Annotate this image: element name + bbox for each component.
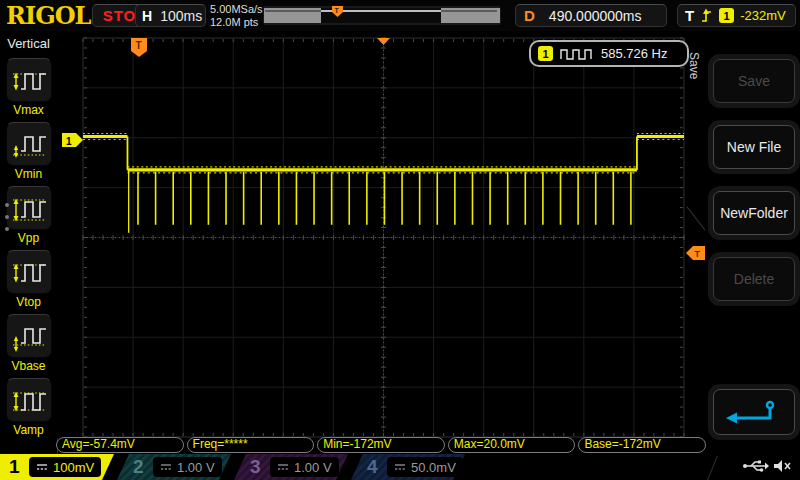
svg-text:T: T bbox=[335, 7, 340, 14]
measurement-avg: Avg=-57.4mV bbox=[56, 437, 184, 453]
page-indicator-dot bbox=[5, 215, 9, 219]
square-wave-icon bbox=[559, 47, 595, 61]
channel-4-status[interactable]: 4 50.0mV bbox=[351, 454, 465, 480]
sidebar-item-vmax[interactable]: Vmax bbox=[0, 58, 57, 117]
measurement-results-bar: Avg=-57.4mV Freq=***** Min=-172mV Max=20… bbox=[56, 437, 706, 453]
svg-text:1: 1 bbox=[66, 136, 72, 147]
vtop-label: Vtop bbox=[16, 295, 41, 309]
delay-value: 490.000000ms bbox=[549, 8, 642, 24]
menu-button-new-folder-label: NewFolder bbox=[720, 205, 788, 221]
measurement-max: Max=20.0mV bbox=[448, 437, 576, 453]
measurement-freq: Freq=***** bbox=[187, 437, 315, 453]
d-label: D bbox=[524, 7, 535, 24]
return-arrow-icon bbox=[724, 398, 784, 426]
menu-button-new-file-label: New File bbox=[727, 139, 781, 155]
measurement-min: Min=-172mV bbox=[317, 437, 445, 453]
ch1-ground-marker[interactable]: 1 bbox=[62, 133, 83, 147]
dc-coupling-icon bbox=[36, 462, 48, 472]
channel-1-status[interactable]: 1 100mV bbox=[0, 454, 114, 480]
h-label: H bbox=[142, 8, 152, 24]
menu-button-back[interactable] bbox=[713, 389, 795, 435]
vpp-label: Vpp bbox=[18, 231, 39, 245]
memory-depth: 12.0M pts bbox=[210, 16, 263, 29]
vamp-button[interactable] bbox=[6, 378, 52, 422]
freq-source-badge: 1 bbox=[538, 46, 553, 61]
vmax-label: Vmax bbox=[13, 103, 44, 117]
vmax-icon bbox=[9, 63, 49, 97]
vbase-icon bbox=[9, 319, 49, 353]
trigger-source-badge: 1 bbox=[719, 8, 734, 23]
speaker-muted-icon bbox=[772, 458, 792, 474]
trigger-level-value: -232mV bbox=[740, 8, 786, 23]
svg-text:T: T bbox=[695, 249, 701, 259]
vmin-button[interactable] bbox=[6, 122, 52, 166]
dc-coupling-icon bbox=[277, 462, 289, 472]
vtop-button[interactable] bbox=[6, 250, 52, 294]
channel-3-status[interactable]: 3 1.00 V bbox=[234, 454, 348, 480]
trigger-level-marker[interactable]: T bbox=[686, 246, 705, 260]
measure-sidebar: Vertical Vmax bbox=[0, 31, 58, 480]
vbase-label: Vbase bbox=[11, 359, 45, 373]
scope-graticule-svg: 1 T T bbox=[57, 31, 705, 438]
thumbnail-svg: T bbox=[263, 6, 501, 25]
waveform-overview-thumbnail: T bbox=[263, 6, 501, 29]
menu-tab-save: Save bbox=[687, 52, 701, 79]
vamp-label: Vamp bbox=[13, 423, 43, 437]
svg-text:T: T bbox=[136, 40, 142, 51]
sidebar-item-vamp[interactable]: Vamp bbox=[0, 378, 57, 437]
page-indicator-dot bbox=[5, 203, 9, 207]
channel-1-number: 1 bbox=[9, 456, 23, 478]
vtop-icon bbox=[9, 255, 49, 289]
vpp-button[interactable] bbox=[6, 186, 52, 230]
vpp-icon bbox=[9, 191, 49, 225]
trigger-position-triangle bbox=[377, 38, 390, 45]
channel-1-scale: 100mV bbox=[53, 460, 94, 475]
channel-2-number: 2 bbox=[133, 456, 147, 478]
rigol-logo: RIGOL bbox=[6, 1, 90, 30]
timebase-value: 100ms bbox=[160, 8, 202, 24]
channel-2-scale: 1.00 V bbox=[177, 460, 215, 475]
vamp-icon bbox=[9, 383, 49, 417]
frequency-value: 585.726 Hz bbox=[601, 46, 668, 61]
top-status-bar: RIGOL STOP H 100ms 5.00MSa/s 12.0M pts T bbox=[0, 0, 800, 32]
horizontal-delay[interactable]: D 490.000000ms bbox=[515, 4, 667, 27]
acquisition-info: 5.00MSa/s 12.0M pts bbox=[210, 3, 263, 29]
oscilloscope-screen: RIGOL STOP H 100ms 5.00MSa/s 12.0M pts T bbox=[0, 0, 800, 480]
t-label: T bbox=[685, 7, 694, 24]
menu-button-save[interactable]: Save bbox=[713, 59, 795, 103]
vmin-label: Vmin bbox=[15, 167, 42, 181]
menu-button-delete[interactable]: Delete bbox=[713, 257, 795, 301]
menu-button-new-file[interactable]: New File bbox=[713, 125, 795, 169]
menu-button-save-label: Save bbox=[738, 73, 770, 89]
rising-edge-icon bbox=[700, 7, 713, 24]
page-indicator-dot bbox=[5, 227, 9, 231]
graticule-grid bbox=[83, 38, 684, 437]
channel-4-scale: 50.0mV bbox=[411, 460, 456, 475]
horizontal-timebase[interactable]: H 100ms bbox=[135, 4, 206, 27]
trigger-status[interactable]: T 1 -232mV bbox=[677, 4, 796, 27]
channel-3-number: 3 bbox=[250, 456, 264, 478]
softkey-menu: Save New File NewFolder Delete bbox=[705, 31, 800, 480]
channel-2-status[interactable]: 2 1.00 V bbox=[117, 454, 231, 480]
menu-button-delete-label: Delete bbox=[734, 271, 774, 287]
frequency-counter: 1 585.726 Hz bbox=[529, 40, 689, 67]
dc-coupling-icon bbox=[160, 462, 172, 472]
menu-button-new-folder[interactable]: NewFolder bbox=[713, 191, 795, 235]
dc-coupling-icon bbox=[394, 462, 406, 472]
vbase-button[interactable] bbox=[6, 314, 52, 358]
waveform-display: 1 T T bbox=[57, 31, 705, 438]
channel-4-number: 4 bbox=[367, 456, 381, 478]
sidebar-item-vbase[interactable]: Vbase bbox=[0, 314, 57, 373]
usb-icon bbox=[741, 458, 769, 474]
channel-3-scale: 1.00 V bbox=[294, 460, 332, 475]
vmin-icon bbox=[9, 127, 49, 161]
sidebar-item-vmin[interactable]: Vmin bbox=[0, 122, 57, 181]
measurement-base: Base=-172mV bbox=[578, 437, 706, 453]
channel-status-bar: 1 100mV 2 1.00 V 3 bbox=[0, 454, 800, 480]
sidebar-title: Vertical bbox=[0, 31, 57, 51]
vmax-button[interactable] bbox=[6, 58, 52, 102]
sidebar-item-vtop[interactable]: Vtop bbox=[0, 250, 57, 309]
sample-rate: 5.00MSa/s bbox=[210, 3, 263, 16]
